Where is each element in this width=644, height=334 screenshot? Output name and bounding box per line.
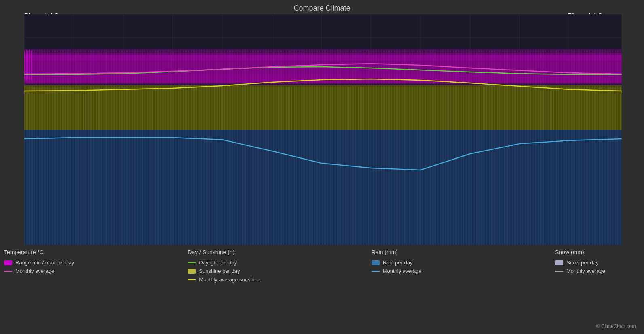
legend-rain-title: Rain (mm) [372, 249, 452, 255]
legend-item-sunshine-per-day: Sunshine per day [188, 268, 268, 274]
legend-area: Temperature °C Range min / max per day M… [0, 245, 644, 298]
legend-label-snow-avg: Monthly average [566, 268, 605, 274]
svg-rect-67 [24, 85, 622, 130]
legend-line-sunshine-avg [188, 279, 196, 280]
legend-label-snow-per-day: Snow per day [566, 260, 599, 266]
legend-line-temp-avg [4, 271, 12, 272]
legend-label-daylight: Daylight per day [199, 260, 237, 266]
page-container: Compare Climate Temperature °C Day / Sun… [0, 0, 644, 334]
copyright: © ClimeChart.com [596, 323, 636, 329]
legend-temp-title: Temperature °C [4, 249, 85, 255]
legend-swatch-sunshine [188, 269, 196, 274]
legend-swatch-snow [555, 260, 563, 265]
legend-snow-title: Snow (mm) [555, 249, 636, 255]
legend-snow: Snow (mm) Snow per day Monthly average [555, 249, 636, 295]
legend-label-sunshine: Sunshine per day [199, 268, 240, 274]
legend-label-temp-avg: Monthly average [15, 268, 54, 274]
legend-item-daylight: Daylight per day [188, 260, 268, 266]
chart-svg: 50 40 30 20 10 0 -10 -20 -30 -40 -50 24 [24, 14, 622, 245]
legend-temp: Temperature °C Range min / max per day M… [4, 249, 85, 295]
legend-line-daylight [188, 262, 196, 263]
legend-item-snow-avg: Monthly average [555, 268, 636, 274]
legend-item-snow-per-day: Snow per day [555, 260, 636, 266]
legend-label-temp-range: Range min / max per day [15, 260, 74, 266]
page-title: Compare Climate [0, 0, 644, 14]
legend-line-snow-avg [555, 271, 563, 272]
legend-rain: Rain (mm) Rain per day Monthly average [372, 249, 452, 295]
legend-label-sunshine-avg: Monthly average sunshine [199, 277, 260, 283]
chart-wrapper: Playa del Carmen Playa del Carmen ClimeC… [24, 14, 622, 245]
legend-sunshine: Day / Sunshine (h) Daylight per day Suns… [188, 249, 268, 295]
svg-rect-65 [24, 130, 622, 245]
legend-item-rain-per-day: Rain per day [372, 260, 452, 266]
legend-item-temp-range: Range min / max per day [4, 260, 85, 266]
legend-item-sunshine-avg: Monthly average sunshine [188, 277, 268, 283]
legend-line-rain-avg [372, 271, 380, 272]
legend-label-rain-per-day: Rain per day [383, 260, 413, 266]
legend-item-temp-avg: Monthly average [4, 268, 85, 274]
legend-swatch-rain [372, 260, 380, 265]
legend-swatch-temp-range [4, 260, 12, 265]
legend-label-rain-avg: Monthly average [383, 268, 422, 274]
chart-outer: Temperature °C Day / Sunshine (h) Rain /… [0, 14, 644, 245]
legend-item-rain-avg: Monthly average [372, 268, 452, 274]
legend-sunshine-title: Day / Sunshine (h) [188, 249, 268, 255]
